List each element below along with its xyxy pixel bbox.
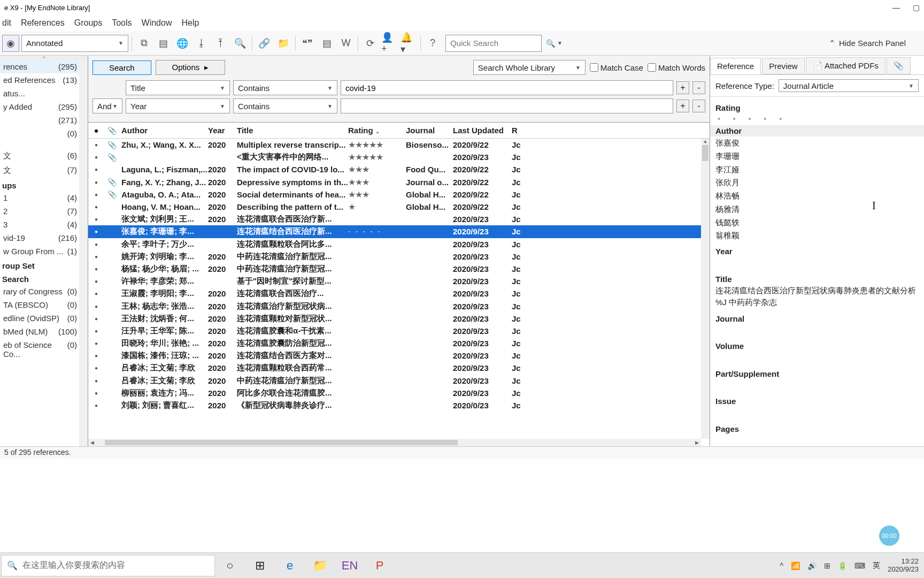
search-op-2[interactable]: Contains▼	[233, 98, 337, 113]
author-entry[interactable]: 林浩畅	[715, 189, 919, 203]
table-row[interactable]: ● 吕睿冰; 王文菊; 李欣 2020 中药连花清瘟治疗新型冠... 2020/…	[88, 375, 710, 387]
tablet-mode-icon[interactable]: ⊞	[824, 561, 830, 570]
table-row[interactable]: ● 📎 Ataguba, O. A.; Ata... 2020 Social d…	[88, 188, 710, 201]
menu-references[interactable]: References	[21, 18, 65, 28]
menu-help[interactable]: Help	[181, 18, 199, 28]
endnote-taskbar-icon[interactable]: EN	[335, 553, 365, 579]
menu-tools[interactable]: Tools	[112, 18, 132, 28]
grid-header[interactable]: ● 📎 Author Year Title Rating ⌄ Journal L…	[88, 123, 710, 139]
search-op-1[interactable]: Contains▼	[233, 80, 337, 95]
hide-search-panel[interactable]: ⌃ Hide Search Panel	[829, 39, 906, 48]
sidebar-item[interactable]: 1(4)	[0, 191, 88, 204]
table-row[interactable]: ● 漆国栋; 漆伟; 汪琼; ... 2020 连花清瘟结合西医方案对... 2…	[88, 349, 710, 362]
add-row-2[interactable]: +	[676, 100, 689, 112]
notify-icon[interactable]: 🔔▾	[400, 35, 417, 52]
copy-icon[interactable]: ⧉	[135, 35, 152, 52]
import-icon[interactable]: ⭳	[193, 35, 210, 52]
author-entry[interactable]: 李江娅	[715, 163, 919, 177]
format-icon[interactable]: ▤	[318, 35, 335, 52]
sidebar-item[interactable]: 文(7)	[0, 163, 88, 178]
search-field-1[interactable]: Title▼	[126, 80, 230, 95]
new-ref-icon[interactable]: ▤	[155, 35, 172, 52]
ime-keyboard-icon[interactable]: ⌨	[854, 561, 865, 570]
ref-type-select[interactable]: Journal Article▼	[779, 79, 919, 92]
search-button[interactable]: Search	[93, 60, 151, 75]
table-row[interactable]: ● 汪升早; 王华军; 陈... 2020 连花清瘟胶囊和α-干扰素... 20…	[88, 325, 710, 337]
sidebar-item[interactable]: 2(7)	[0, 204, 88, 218]
find-fulltext-icon[interactable]: 🔍	[232, 35, 249, 52]
table-row[interactable]: ● 📎 Fang, X. Y.; Zhang, J... 2020 Depres…	[88, 176, 710, 188]
match-case-checkbox[interactable]: Match Case	[590, 63, 643, 72]
grid-hscroll[interactable]: ◀ ▶	[88, 439, 701, 446]
tab-attach-icon[interactable]: 📎	[887, 57, 911, 74]
sidebar-item[interactable]: (0)	[0, 127, 88, 140]
folder-icon[interactable]: 📁	[275, 35, 292, 52]
globe-icon[interactable]: ◉	[2, 35, 19, 52]
sidebar-item[interactable]: (271)	[0, 113, 88, 127]
sidebar-item[interactable]: rences(295)	[0, 60, 88, 73]
table-row[interactable]: ● 许禄华; 李彦荣; 郑... 基于"因时制宜"探讨新型... 2020/9/…	[88, 275, 710, 287]
table-row[interactable]: ● 刘颖; 刘丽; 曹喜红... 2020 《新型冠状病毒肺炎诊疗... 202…	[88, 399, 710, 412]
ime-lang[interactable]: 英	[873, 561, 880, 571]
help-icon[interactable]: ?	[424, 35, 441, 52]
menu-edit[interactable]: dit	[2, 18, 11, 28]
recording-timer[interactable]: 00:00	[879, 526, 899, 546]
tab-attached-pdfs[interactable]: 📄 Attached PDFs	[806, 57, 886, 74]
sidebar-item[interactable]: edline (OvidSP)(0)	[0, 311, 88, 325]
sidebar-item[interactable]: bMed (NLM)(100)	[0, 325, 88, 338]
table-row[interactable]: ● 王法财; 沈炳香; 何... 2020 连花清瘟颗粒对新型冠状... 202…	[88, 313, 710, 325]
wifi-icon[interactable]: 📶	[791, 561, 800, 570]
clock[interactable]: 13:22 2020/9/23	[888, 558, 919, 573]
table-row[interactable]: ● 📎 <重大灾害事件中的网络... ★★★★★ 2020/9/23 Jc	[88, 151, 710, 163]
menu-groups[interactable]: Groups	[74, 18, 102, 28]
col-year[interactable]: Year	[208, 126, 237, 135]
sidebar-item[interactable]: w Group From ...(1)	[0, 245, 88, 258]
col-title[interactable]: Title	[237, 126, 348, 135]
table-row[interactable]: ● 余平; 李叶子; 万少... 连花清瘟颗粒联合阿比多... 2020/9/2…	[88, 238, 710, 250]
add-row-1[interactable]: +	[676, 81, 689, 94]
export-icon[interactable]: ⭱	[212, 35, 229, 52]
vscroll-thumb[interactable]	[702, 145, 709, 161]
hscroll-thumb[interactable]	[105, 440, 458, 445]
display-mode-select[interactable]: Annotated ▼	[21, 35, 128, 52]
tab-reference[interactable]: Reference	[710, 58, 761, 74]
author-entry[interactable]: 杨雅清	[715, 203, 919, 216]
author-entry[interactable]: 李珊珊	[715, 150, 919, 163]
grid-vscroll[interactable]: ▲	[701, 139, 710, 439]
powerpoint-icon[interactable]: P	[365, 553, 395, 579]
match-words-checkbox[interactable]: Match Words	[648, 63, 705, 72]
sidebar-item[interactable]: ed References(13)	[0, 73, 88, 87]
tray-chevron-icon[interactable]: ^	[780, 561, 784, 570]
title-value[interactable]: 连花清瘟结合西医治疗新型冠状病毒肺炎患者的文献分析 %J 中药药学杂志	[715, 284, 919, 310]
table-row[interactable]: ● 吕睿冰; 王文菊; 李欣 2020 连花清瘟颗粒联合西药常... 2020/…	[88, 362, 710, 374]
quick-search-input[interactable]	[450, 39, 537, 48]
table-row[interactable]: ● 姚开涛; 刘明瑜; 李... 2020 中药连花清瘟治疗新型冠... 202…	[88, 250, 710, 263]
author-entry[interactable]: 张嘉俊	[715, 136, 919, 150]
col-journal[interactable]: Journal	[406, 126, 453, 135]
table-row[interactable]: ● 王林; 杨志华; 张浩... 2020 连花清瘟治疗新型冠状病... 202…	[88, 300, 710, 312]
remove-row-1[interactable]: -	[692, 81, 705, 94]
table-row[interactable]: ● Hoang, V. M.; Hoan... 2020 Describing …	[88, 201, 710, 213]
table-row[interactable]: ● 柳丽丽; 袁连方; 冯... 2020 阿比多尔联合连花清瘟胶... 202…	[88, 387, 710, 399]
author-entry[interactable]: 翁稚颖	[715, 229, 919, 242]
windows-search[interactable]: 🔍 在这里输入你要搜索的内容	[1, 555, 215, 576]
volume-icon[interactable]: 🔊	[807, 561, 817, 570]
table-row[interactable]: ● Laguna, L.; Fiszman,... 2020 The impac…	[88, 163, 710, 176]
search-value-2[interactable]	[341, 98, 673, 113]
minimize-button[interactable]: —	[892, 3, 900, 12]
sidebar-item[interactable]: rary of Congress(0)	[0, 285, 88, 298]
word-icon[interactable]: W	[337, 35, 355, 52]
search-value-1[interactable]	[341, 80, 673, 95]
menu-window[interactable]: Window	[142, 18, 172, 28]
explorer-icon[interactable]: 📁	[305, 553, 335, 579]
insert-citation-icon[interactable]: ❝❞	[299, 35, 316, 52]
col-attachment-icon[interactable]: 📎	[104, 126, 119, 135]
sidebar-collapse-chevron[interactable]: ⌃	[0, 56, 88, 60]
col-read-icon[interactable]: ●	[88, 126, 104, 135]
table-row[interactable]: ● 张嘉俊; 李珊珊; 李... 连花清瘟结合西医治疗新... · · · · …	[88, 225, 710, 238]
search-bool-2[interactable]: And▼	[93, 98, 122, 113]
sidebar-item[interactable]: eb of Science Co...(0)	[0, 338, 88, 361]
quick-search-go[interactable]: 🔍 ▼	[546, 39, 563, 48]
share-icon[interactable]: 👤+	[381, 35, 398, 52]
author-entry[interactable]: 钱懿轶	[715, 216, 919, 230]
